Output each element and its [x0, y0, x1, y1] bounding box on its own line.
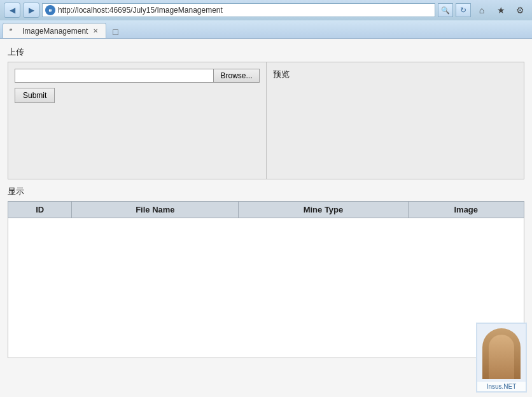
watermark-image: Insus.NET	[476, 323, 527, 393]
file-input[interactable]	[15, 69, 213, 83]
two-panel: Browse... Submit 预览	[8, 62, 524, 179]
preview-panel: 预览	[267, 62, 524, 179]
favorites-button[interactable]: ★	[493, 3, 509, 18]
col-minetype: Mine Type	[239, 202, 408, 218]
watermark-label: Insus.NET	[477, 382, 526, 391]
back-button[interactable]: ◀	[4, 3, 20, 18]
watermark-face-shape	[482, 328, 521, 379]
tab-imagemanagement[interactable]: e ImageManagement ✕	[3, 23, 106, 38]
data-table: ID File Name Mine Type Image	[8, 201, 524, 358]
address-search-button[interactable]: 🔍	[438, 3, 453, 17]
home-button[interactable]: ⌂	[473, 3, 490, 18]
address-bar-container: e http://localhost:46695/July15/ImageMan…	[42, 3, 471, 17]
display-section-label: 显示	[8, 186, 524, 197]
address-bar[interactable]: e http://localhost:46695/July15/ImageMan…	[42, 3, 435, 17]
refresh-button[interactable]: ↻	[456, 3, 471, 17]
table-header-row: ID File Name Mine Type Image	[8, 202, 524, 218]
table-header: ID File Name Mine Type Image	[8, 202, 524, 218]
empty-cell	[8, 218, 524, 358]
file-input-row: Browse...	[15, 69, 260, 83]
col-image: Image	[408, 202, 524, 218]
title-bar: ◀ ▶ e http://localhost:46695/July15/Imag…	[0, 0, 532, 20]
col-id: ID	[8, 202, 72, 218]
tab-close-button[interactable]: ✕	[92, 27, 99, 35]
table-body	[8, 218, 524, 358]
tab-icon: e	[10, 27, 18, 36]
browser-chrome: ◀ ▶ e http://localhost:46695/July15/Imag…	[0, 0, 532, 39]
page-content: 上传 Browse... Submit 预览 显示 ID File Name M…	[0, 39, 532, 397]
table-row-empty	[8, 218, 524, 358]
address-text: http://localhost:46695/July15/ImageManag…	[58, 6, 223, 15]
upload-panel: Browse... Submit	[8, 62, 267, 179]
submit-button[interactable]: Submit	[15, 88, 55, 103]
browser-icon: e	[45, 5, 55, 15]
tab-bar: e ImageManagement ✕ □	[0, 20, 532, 38]
preview-label: 预览	[273, 69, 518, 80]
forward-button[interactable]: ▶	[23, 3, 39, 18]
browse-button[interactable]: Browse...	[213, 69, 259, 83]
tools-button[interactable]: ⚙	[512, 3, 528, 18]
upload-section-label: 上传	[8, 46, 524, 58]
toolbar-right: ⌂ ★ ⚙	[473, 3, 528, 18]
tab-label: ImageManagement	[22, 27, 88, 36]
col-filename: File Name	[72, 202, 239, 218]
new-tab-button[interactable]: □	[108, 25, 123, 38]
